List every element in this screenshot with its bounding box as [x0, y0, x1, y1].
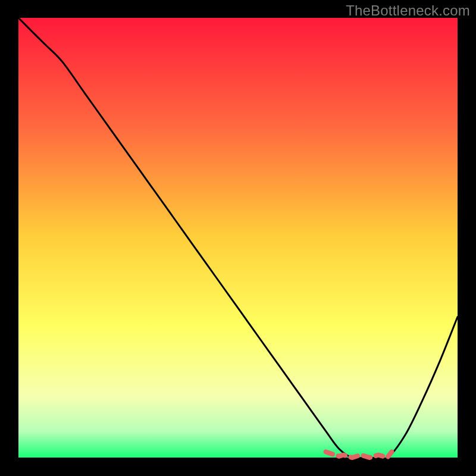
chart-frame: TheBottleneck.com [0, 0, 476, 476]
bottleneck-chart [0, 0, 476, 476]
plot-area [18, 18, 458, 458]
